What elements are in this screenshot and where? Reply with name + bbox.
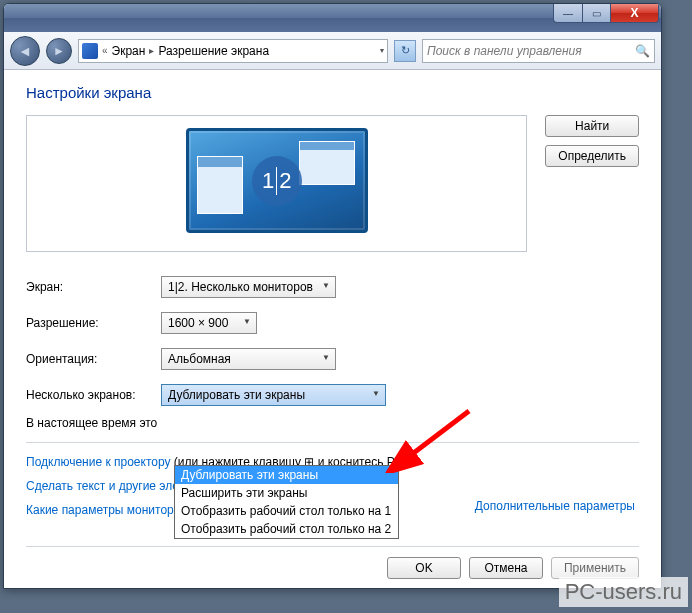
window-titlebar: — ▭ X: [4, 4, 661, 32]
display-preview-frame: 1 2: [26, 115, 527, 252]
screen-select[interactable]: 1|2. Несколько мониторов: [161, 276, 336, 298]
dropdown-option-only-2[interactable]: Отобразить рабочий стол только на 2: [175, 520, 398, 538]
back-icon: ◄: [18, 43, 32, 59]
orientation-label: Ориентация:: [26, 352, 161, 366]
navbar: ◄ ► « Экран ▸ Разрешение экрана ▾ ↻ Поис…: [4, 32, 661, 70]
multiple-displays-label: Несколько экранов:: [26, 388, 161, 402]
connect-projector-link[interactable]: Подключение к проектору: [26, 455, 171, 469]
breadcrumb-sep-icon: «: [102, 45, 108, 56]
row-orientation: Ориентация: Альбомная: [26, 348, 639, 370]
multiple-displays-select[interactable]: Дублировать эти экраны: [161, 384, 386, 406]
back-button[interactable]: ◄: [10, 36, 40, 66]
display-preview-row: 1 2 Найти Определить: [26, 115, 639, 252]
multiple-displays-value: Дублировать эти экраны: [168, 388, 305, 402]
row-multiple-displays: Несколько экранов: Дублировать эти экран…: [26, 384, 639, 406]
page-title: Настройки экрана: [26, 84, 639, 101]
apply-button[interactable]: Применить: [551, 557, 639, 579]
window-buttons: — ▭ X: [553, 4, 659, 23]
dropdown-option-extend[interactable]: Расширить эти экраны: [175, 484, 398, 502]
cancel-button[interactable]: Отмена: [469, 557, 543, 579]
advanced-parameters-link[interactable]: Дополнительные параметры: [475, 499, 635, 513]
resolution-label: Разрешение:: [26, 316, 161, 330]
multiple-displays-dropdown: Дублировать эти экраны Расширить эти экр…: [174, 465, 399, 539]
refresh-button[interactable]: ↻: [394, 40, 416, 62]
forward-button[interactable]: ►: [46, 38, 72, 64]
control-panel-icon: [82, 43, 98, 59]
search-input[interactable]: Поиск в панели управления 🔍: [422, 39, 655, 63]
chevron-right-icon: ▸: [149, 45, 154, 56]
dropdown-option-duplicate[interactable]: Дублировать эти экраны: [175, 466, 398, 484]
orientation-value: Альбомная: [168, 352, 231, 366]
monitor-arrangement[interactable]: 1 2: [186, 128, 368, 233]
preview-window-2: [299, 141, 355, 185]
row-resolution: Разрешение: 1600 × 900: [26, 312, 639, 334]
control-panel-window: — ▭ X ◄ ► « Экран ▸ Разрешение экрана ▾ …: [3, 3, 662, 589]
screen-label: Экран:: [26, 280, 161, 294]
preview-window-1: [197, 156, 243, 214]
search-icon: 🔍: [635, 44, 650, 58]
monitor-number-2: 2: [279, 168, 291, 194]
minimize-button[interactable]: —: [553, 4, 583, 23]
refresh-icon: ↻: [401, 44, 410, 57]
breadcrumb-item-resolution[interactable]: Разрешение экрана: [158, 44, 269, 58]
monitor-number-1: 1: [262, 168, 274, 194]
maximize-button[interactable]: ▭: [583, 4, 611, 23]
content-area: Настройки экрана 1 2 Найти Определить: [4, 70, 661, 588]
identify-button[interactable]: Определить: [545, 145, 639, 167]
resolution-select[interactable]: 1600 × 900: [161, 312, 257, 334]
forward-icon: ►: [53, 44, 65, 58]
search-placeholder: Поиск в панели управления: [427, 44, 582, 58]
ok-button[interactable]: OK: [387, 557, 461, 579]
resolution-value: 1600 × 900: [168, 316, 228, 330]
monitor-divider-icon: [276, 167, 277, 195]
dialog-footer: OK Отмена Применить: [26, 546, 639, 580]
monitor-badge: 1 2: [252, 156, 302, 206]
breadcrumb-dropdown-icon[interactable]: ▾: [380, 46, 384, 55]
close-button[interactable]: X: [611, 4, 659, 23]
preview-side-buttons: Найти Определить: [545, 115, 639, 167]
divider: [26, 442, 639, 443]
dropdown-option-only-1[interactable]: Отобразить рабочий стол только на 1: [175, 502, 398, 520]
breadcrumb-item-screen[interactable]: Экран: [112, 44, 146, 58]
screen-value: 1|2. Несколько мониторов: [168, 280, 313, 294]
breadcrumb[interactable]: « Экран ▸ Разрешение экрана ▾: [78, 39, 388, 63]
find-button[interactable]: Найти: [545, 115, 639, 137]
row-screen: Экран: 1|2. Несколько мониторов: [26, 276, 639, 298]
current-main-display-text: В настоящее время это: [26, 416, 639, 430]
watermark-text: PC-users.ru: [559, 577, 688, 607]
orientation-select[interactable]: Альбомная: [161, 348, 336, 370]
